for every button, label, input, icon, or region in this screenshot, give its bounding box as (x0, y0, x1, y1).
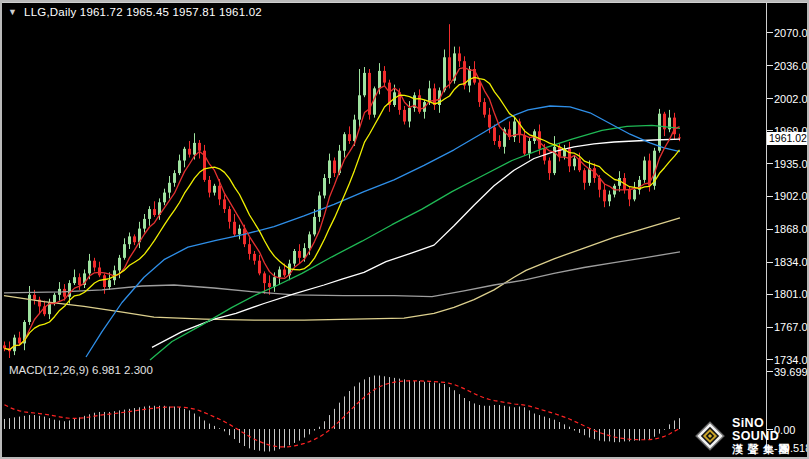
price-label-1734.00: 1734.00 (774, 354, 809, 366)
macd-histogram (5, 376, 680, 452)
price-label-1767.00: 1767.00 (774, 321, 809, 333)
price-and-macd-canvas[interactable] (2, 2, 766, 453)
price-label-2036.00-tick (767, 65, 773, 66)
price-label-2002.00: 2002.00 (774, 93, 809, 105)
macd-label-39.699: 39.699 (774, 366, 808, 378)
price-label-1834.00: 1834.00 (774, 256, 809, 268)
ma-blue (86, 106, 680, 357)
logo-line1: SiNO SOUND (732, 417, 809, 443)
symbol-dropdown-icon[interactable]: ▼ (8, 7, 17, 17)
chart-window: ▼LLG,Daily 1961.72 1965.45 1957.81 1961.… (0, 0, 809, 459)
chart-title: ▼LLG,Daily 1961.72 1965.45 1957.81 1961.… (8, 6, 262, 18)
macd-label-39.699-tick (767, 371, 773, 372)
macd-indicator-label: MACD(12,26,9) 6.981 2.300 (9, 364, 153, 376)
price-label-2036.00: 2036.00 (774, 60, 809, 72)
current-price-tag: 1961.02 (767, 132, 809, 145)
price-label-1902.00: 1902.00 (774, 190, 809, 202)
price-label-1734.00-tick (767, 359, 773, 360)
price-label-1868.00-tick (767, 229, 773, 230)
bottom-border (2, 2, 807, 3)
price-label-1902.00-tick (767, 196, 773, 197)
price-label-1834.00-tick (767, 262, 773, 263)
price-label-1801.00-tick (767, 294, 773, 295)
price-label-1935.00-tick (767, 163, 773, 164)
symbol-ohlc-text: LLG,Daily 1961.72 1965.45 1957.81 1961.0… (24, 6, 262, 18)
ma-mid-yellow (5, 77, 680, 349)
macd-signal-line (5, 381, 680, 447)
price-label-1801.00: 1801.00 (774, 288, 809, 300)
price-label-1935.00: 1935.00 (774, 158, 809, 170)
price-label-1767.00-tick (767, 327, 773, 328)
price-axis-border (766, 2, 767, 452)
price-label-2070.00: 2070.00 (774, 27, 809, 39)
price-label-2002.00-tick (767, 98, 773, 99)
candles (3, 24, 681, 358)
ma-gray-longterm (4, 252, 680, 297)
price-label-2070.00-tick (767, 32, 773, 33)
broker-watermark: SiNO SOUND 漢聲集團 (695, 417, 809, 455)
price-label-1868.00: 1868.00 (774, 223, 809, 235)
sino-sound-diamond-icon (695, 421, 725, 451)
logo-line2: 漢聲集團 (732, 444, 809, 456)
